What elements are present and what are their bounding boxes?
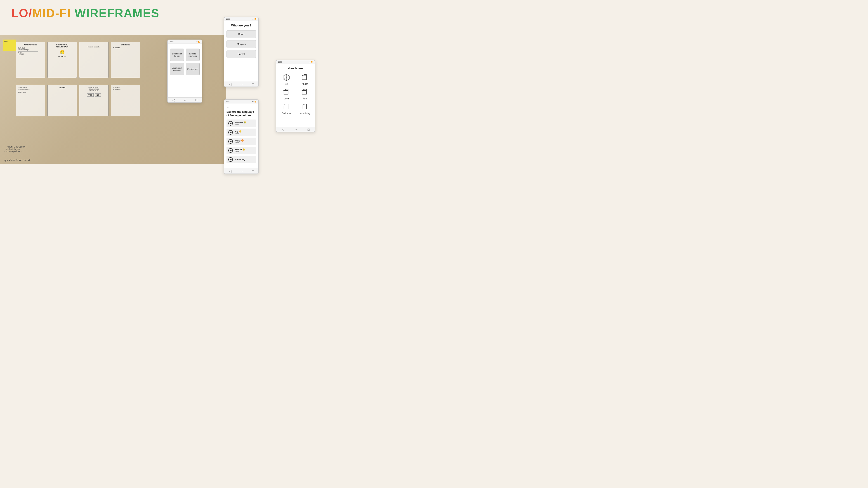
user-parent-button[interactable]: Parent (226, 50, 256, 58)
svg-marker-19 (284, 104, 288, 105)
user-denis-button[interactable]: Denis (226, 30, 256, 38)
joy-info: Joy 😊 5 MIN (235, 130, 254, 135)
status-bar-main: 15:50 ▪▪▪ 📶 (168, 40, 202, 43)
phone-who-are-you: 15:50 ▪▪▪ 📶 Who are you ? Denis Maryam P… (224, 17, 259, 87)
main-menu-grid: Emotion of the day Explore emotions Your… (170, 48, 199, 75)
box-joy[interactable]: joy (278, 73, 294, 85)
svg-line-3 (283, 77, 286, 79)
nav-home-icon-main[interactable]: ○ (184, 98, 186, 102)
sadness-label: Sadness (282, 112, 291, 115)
nav-back-icon-boxes[interactable]: ◁ (282, 128, 284, 131)
svg-rect-5 (302, 76, 307, 79)
svg-rect-18 (284, 105, 288, 109)
boxes-grid: joy Anger (278, 73, 313, 115)
explore-title: Explore the language of feeling/emotions (226, 110, 256, 117)
nav-bar-boxes: ◁ ○ □ (276, 127, 315, 132)
feeling-bee-button[interactable]: Feeling bee (186, 63, 200, 75)
who-title: Who are you ? (226, 24, 256, 27)
title-mid: MID (32, 6, 55, 20)
nav-recent-icon-explore[interactable]: □ (252, 169, 254, 173)
explore-content: ← Explore the language of feeling/emotio… (224, 103, 258, 167)
emotion-something-item[interactable]: Something (226, 156, 256, 163)
box-anger[interactable]: Anger (297, 73, 313, 85)
box-sadness[interactable]: Sadness (278, 103, 294, 115)
love-box-icon (282, 88, 291, 96)
something-label: something (300, 112, 310, 115)
status-bar-who: 15:50 ▪▪▪ 📶 (224, 18, 258, 21)
box-fun[interactable]: Fun (297, 88, 313, 100)
emotion-joy-item[interactable]: Joy 😊 5 MIN (226, 129, 256, 136)
sketch-card-1: MY EMOTIONS JARNELSVoice message Problem… (16, 42, 45, 78)
play-joy-icon (228, 130, 233, 135)
something-box-icon (301, 103, 309, 111)
nav-bar-main: ◁ ○ □ (168, 97, 202, 102)
emotion-angry-item[interactable]: Angry 😡 5 MIN (226, 138, 256, 145)
play-excited-icon (228, 148, 233, 153)
boxes-title: Your boxes (278, 67, 313, 70)
box-something[interactable]: something (297, 103, 313, 115)
sketch-card-recap: RECAP (48, 85, 77, 116)
svg-marker-6 (302, 74, 307, 76)
sketch-card-3: It's ok to be sad... (79, 42, 108, 78)
sadness-box-icon (282, 103, 291, 111)
main-menu-content: Emotion of the day Explore emotions Your… (168, 43, 202, 78)
who-content: Who are you ? Denis Maryam Parent (224, 21, 258, 63)
fun-label: Fun (303, 97, 307, 100)
play-angry-icon (228, 139, 233, 144)
phone-main-menu: 15:50 ▪▪▪ 📶 Emotion of the day Explore e… (167, 39, 202, 103)
nav-back-icon[interactable]: ◁ (229, 83, 231, 86)
anger-box-icon (301, 73, 309, 82)
svg-rect-22 (302, 105, 307, 109)
sketch-card-2: HOW DO YOUFEEL TODAY? 😢 I'm sad hey (48, 42, 77, 78)
love-label: Love (284, 97, 289, 100)
something-info: Something (235, 158, 254, 161)
nav-bar-explore: ◁ ○ □ (224, 168, 258, 173)
title-wire: WIRE (74, 6, 107, 20)
joy-box-icon (282, 73, 291, 82)
back-arrow-explore[interactable]: ← (226, 106, 256, 109)
nav-recent-icon[interactable]: □ (252, 83, 254, 86)
svg-line-4 (286, 77, 289, 79)
svg-rect-10 (284, 90, 288, 94)
nav-home-icon-boxes[interactable]: ○ (295, 128, 297, 131)
title-lo: LO (11, 6, 29, 20)
page-title: LO/MID-FI WIREFRAMES (11, 6, 159, 20)
fun-box-icon (301, 88, 309, 96)
boxes-content: Your boxes joy (276, 64, 315, 117)
sketch-row-1: MY EMOTIONS JARNELSVoice message Problem… (16, 42, 140, 78)
nav-bar-who: ◁ ○ □ (224, 82, 258, 87)
sadness-info: Sadness 😢 5 MIN (235, 121, 254, 126)
sketch-card-5: I'm defensivewhen someone...Add a video (16, 85, 45, 116)
title-frames: FRAMES (107, 6, 160, 20)
emotion-of-day-button[interactable]: Emotion of the day (170, 48, 184, 61)
joy-label: joy (285, 83, 288, 85)
box-love[interactable]: Love (278, 88, 294, 100)
sketch-card-4: EXERCISE ① Breathe (111, 42, 140, 78)
phone-explore-emotions: 15:50 ▪▪▪ 📶 ← Explore the language of fe… (224, 99, 259, 174)
status-bar-boxes: 15:50 ▪▪▪ 📶 (276, 60, 315, 64)
anger-label: Anger (302, 83, 308, 85)
emotion-sadness-item[interactable]: Sadness 😢 5 MIN (226, 120, 256, 127)
nav-back-icon-main[interactable]: ◁ (173, 98, 175, 102)
svg-rect-14 (302, 90, 307, 94)
sketch-card-6: DO YOU WANTTO ADD THISTO THE BOX? YES NO (79, 85, 108, 116)
explore-emotions-button[interactable]: Explore emotions (186, 48, 200, 61)
nav-home-icon[interactable]: ○ (241, 83, 243, 86)
emotion-excited-item[interactable]: Excited 😄 5 MIN (226, 147, 256, 154)
nav-back-icon-explore[interactable]: ◁ (229, 169, 231, 173)
user-maryam-button[interactable]: Maryam (226, 40, 256, 48)
angry-info: Angry 😡 5 MIN (235, 139, 254, 144)
nav-recent-icon-boxes[interactable]: □ (308, 128, 309, 131)
nav-recent-icon-main[interactable]: □ (195, 98, 197, 102)
photo-bottom-notes: - PARENTS TOOLS OR - guide of the day - … (4, 146, 26, 153)
play-sadness-icon (228, 121, 233, 126)
play-something-icon (228, 157, 233, 162)
title-fi: -FI (55, 6, 71, 20)
excited-info: Excited 😄 5 MIN (235, 149, 254, 153)
phone-your-boxes: 15:50 ▪▪▪ 📶 Your boxes joy (276, 60, 315, 132)
svg-marker-11 (284, 89, 288, 91)
status-bar-explore: 15:50 ▪▪▪ 📶 (224, 100, 258, 103)
nav-home-icon-explore[interactable]: ○ (241, 169, 243, 173)
questions-text: questions to the users? (4, 159, 30, 162)
box-of-courage-button[interactable]: Your box of courage (170, 63, 184, 75)
